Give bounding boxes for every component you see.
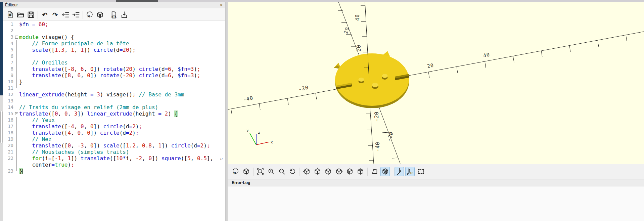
redo-button[interactable]: ↷	[50, 10, 60, 19]
code-token: // Traits du visage en relief (2mm de pl…	[19, 104, 158, 110]
code-line[interactable]: 10}	[3, 79, 225, 85]
view-bottom-button[interactable]	[323, 167, 333, 176]
indent-button[interactable]	[71, 10, 81, 19]
code-token: 2	[200, 142, 204, 149]
code-token: 5	[187, 155, 191, 162]
code-line[interactable]: 4 // Forme principale de la tête	[3, 40, 225, 47]
code-token: ([	[61, 66, 67, 72]
code-line[interactable]: 23}	[3, 168, 225, 174]
code-token: circle	[139, 66, 158, 72]
code-line[interactable]: 7 // Oreilles	[3, 59, 225, 66]
code-token: // Nez	[19, 136, 51, 142]
fold-marker[interactable]: −	[15, 110, 19, 117]
code-token: translate	[19, 110, 48, 117]
code-line[interactable]: 3−module visage() {	[3, 34, 225, 40]
view-right-icon	[335, 168, 343, 175]
code-line[interactable]: 12linear_extrude(height = 3) visage(); /…	[3, 91, 225, 98]
code-editor[interactable]: 1$fn = 60;23−module visage() {4 // Forme…	[3, 21, 225, 221]
export-stl-icon: STL	[110, 11, 118, 19]
x-axis-ticks	[231, 35, 627, 115]
editor-titlebar[interactable]: Éditeur ×	[3, 2, 225, 8]
zoom-out-button[interactable]	[277, 167, 286, 176]
code-token: ([	[61, 123, 67, 130]
print-3d-button[interactable]	[120, 10, 129, 19]
view-back-button[interactable]	[356, 167, 365, 176]
view-left-button[interactable]	[302, 167, 311, 176]
code-token: =	[187, 66, 191, 72]
code-line[interactable]: 20 translate([0, -3, 0]) scale([1.2, 0.8…	[3, 142, 225, 149]
code-line[interactable]: 8 translate([-8, 6, 0]) rotate(20) circl…	[3, 66, 225, 72]
render-button[interactable]	[95, 10, 105, 19]
line-number: 7	[3, 59, 15, 66]
code-line[interactable]: 9 translate([8, 6, 0]) rotate(-20) circl…	[3, 72, 225, 79]
code-line[interactable]: 18 translate([4, 0, 0]) circle(d=2);	[3, 130, 225, 136]
save-document-button[interactable]	[26, 10, 36, 19]
new-document-button[interactable]: ✱	[5, 10, 15, 19]
line-number: 4	[3, 40, 15, 47]
reset-view-button[interactable]	[288, 167, 297, 176]
open-document-button[interactable]	[16, 10, 25, 19]
code-token: scale	[32, 47, 48, 53]
code-token: 0.5	[197, 155, 207, 162]
preview-button[interactable]: »	[231, 167, 240, 176]
view-right-button[interactable]	[334, 167, 343, 176]
code-line[interactable]: center=true);	[3, 162, 225, 168]
close-icon[interactable]: ×	[219, 2, 224, 8]
scrollbar-thumb[interactable]	[0, 111, 3, 143]
code-token: (	[123, 66, 126, 72]
fold-marker[interactable]: −	[15, 34, 19, 40]
code-token: ;	[136, 130, 139, 136]
code-line[interactable]: 14// Traits du visage en relief (2mm de …	[3, 104, 225, 110]
code-token: module	[19, 34, 39, 40]
orthogonal-button[interactable]	[380, 167, 390, 176]
undo-button[interactable]: ↶	[40, 10, 49, 19]
code-line[interactable]: 17 translate([-4, 0, 0]) circle(d=2);	[3, 123, 225, 130]
line-number: 18	[3, 130, 15, 136]
reset-view-icon	[289, 168, 296, 175]
code-token: 1	[158, 142, 162, 149]
code-token: ;	[45, 21, 48, 28]
unindent-button[interactable]	[61, 10, 70, 19]
code-line[interactable]: 19 // Nez	[3, 136, 225, 142]
code-line[interactable]: 21 // Moustaches (simples traits)	[3, 149, 225, 155]
code-token: 0	[90, 142, 94, 149]
perspective-button[interactable]	[370, 167, 379, 176]
code-token: (d	[158, 66, 165, 72]
svg-text:↶: ↶	[42, 11, 47, 18]
code-line[interactable]: 5 scale([1.3, 1, 1]) circle(d=20);	[3, 47, 225, 53]
code-token: -20	[123, 72, 132, 79]
code-token: )	[132, 72, 139, 79]
render-button[interactable]	[241, 167, 251, 176]
view-front-button[interactable]	[345, 167, 354, 176]
view-front-icon	[346, 168, 354, 175]
preview-button[interactable]: »	[85, 10, 94, 19]
code-line[interactable]: 11	[3, 85, 225, 91]
code-text: // Oreilles	[19, 59, 68, 66]
zoom-in-button[interactable]	[266, 167, 276, 176]
code-token: visage() {	[39, 34, 74, 40]
zoom-all-button[interactable]	[256, 167, 265, 176]
code-line[interactable]: 6	[3, 53, 225, 59]
3d-viewport[interactable]: -40 -20 20 40 40 20 -20 -40 20 -20	[228, 2, 644, 164]
code-token: 20	[123, 47, 129, 53]
view-top-button[interactable]	[313, 167, 322, 176]
code-line[interactable]: 1$fn = 60;	[3, 21, 225, 28]
code-line[interactable]: 16 // Yeux	[3, 117, 225, 123]
zoom-out-icon	[278, 168, 286, 175]
show-crosshairs-button[interactable]	[395, 167, 404, 176]
code-token: ,	[64, 47, 71, 53]
editor-toolbar: ✱↶↷»STL	[3, 9, 225, 21]
line-number: 22	[3, 155, 15, 162]
fold-marker	[15, 28, 19, 34]
code-line[interactable]: 22 for(i=[-1, 1]) translate([10*i, -2, 0…	[3, 155, 225, 162]
view-all-button[interactable]	[416, 167, 425, 176]
error-log-titlebar[interactable]: Error-Log	[228, 179, 644, 186]
code-line[interactable]: 15−translate([0, 0, 3]) linear_extrude(h…	[3, 110, 225, 117]
code-line[interactable]: 2	[3, 28, 225, 34]
show-scale-markers-button[interactable]: 10	[405, 167, 415, 176]
zoom-in-icon	[267, 168, 275, 175]
export-stl-button[interactable]: STL	[109, 10, 119, 19]
code-token: ])	[84, 47, 94, 53]
code-line[interactable]: 13	[3, 98, 225, 104]
line-number: 12	[3, 91, 15, 98]
